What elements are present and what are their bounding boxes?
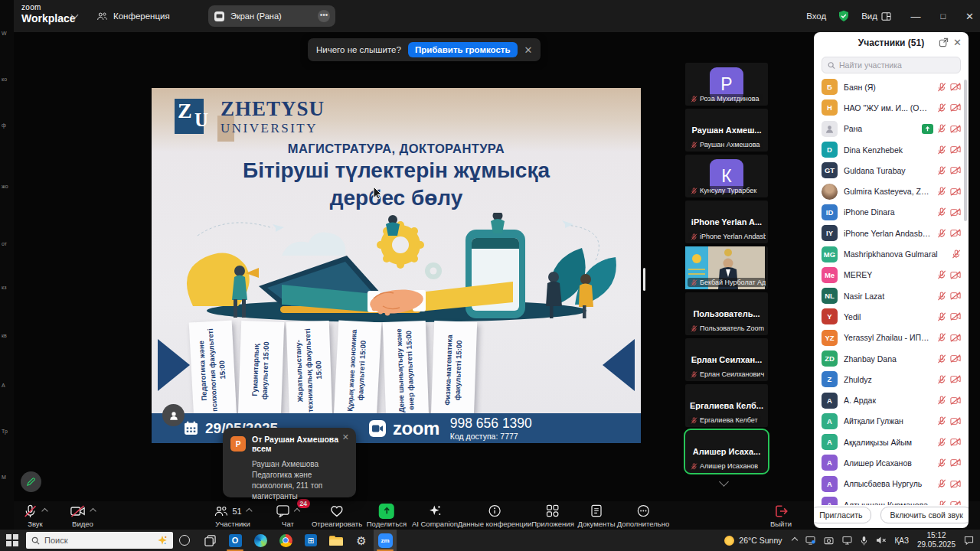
tab-meeting[interactable]: Конференция <box>90 6 176 26</box>
participant-row[interactable]: IYiPhone Yerlan Andasbayev <box>814 223 969 243</box>
annotate-button[interactable] <box>21 471 41 492</box>
share-button[interactable]: Поделиться <box>367 504 407 528</box>
taskbar-search-input[interactable] <box>44 536 135 545</box>
mic-off-icon[interactable] <box>937 229 946 238</box>
mic-off-icon[interactable] <box>937 312 946 321</box>
video-off-icon[interactable] <box>950 125 961 133</box>
chevron-up-icon[interactable] <box>90 507 96 514</box>
speaker-muted-tray-icon[interactable] <box>876 536 887 545</box>
taskbar-clock[interactable]: 15:12 29.05.2025 <box>917 531 956 549</box>
participant-row[interactable]: NLNasir Lazat <box>814 285 969 306</box>
chrome-taskbar-icon[interactable] <box>274 530 297 551</box>
video-thumbnail[interactable]: iPhone Yerlan A...iPhone Yerlan Andasb..… <box>685 201 768 243</box>
participant-row[interactable]: MGMashripkhanova Gulmaral <box>814 243 969 264</box>
apps-button[interactable]: Приложения <box>531 504 574 528</box>
participants-list[interactable]: ББаян (Я)ННАО "ЖУ им. И... (Организатор)… <box>814 77 969 505</box>
participant-row[interactable]: AАлишер Исаханов <box>814 452 969 473</box>
close-button[interactable]: ✕ <box>965 11 974 22</box>
participants-button[interactable]: 51Участники <box>214 504 251 528</box>
tray-expand-icon[interactable] <box>791 537 797 543</box>
store-taskbar-icon[interactable]: ⊞ <box>299 530 322 551</box>
video-off-icon[interactable] <box>950 396 961 405</box>
mic-off-icon[interactable] <box>952 249 961 259</box>
video-thumbnail[interactable]: Раушан Ахмеш...Раушан Ахмешова <box>685 109 768 152</box>
minimize-button[interactable]: — <box>910 11 920 22</box>
video-off-icon[interactable] <box>950 208 961 217</box>
video-button[interactable]: Видео <box>70 504 96 528</box>
share-scrollbar-thumb[interactable] <box>643 268 645 291</box>
video-off-icon[interactable] <box>950 375 961 383</box>
tab-options-icon[interactable]: ••• <box>318 10 330 22</box>
participant-row[interactable]: YYedil <box>814 306 969 327</box>
task-view-taskbar-icon[interactable] <box>198 530 221 551</box>
network-tray-icon[interactable] <box>842 536 852 545</box>
security-shield-icon[interactable] <box>838 10 850 22</box>
chat-popup-close-icon[interactable]: ✕ <box>342 432 349 442</box>
mic-off-icon[interactable] <box>937 396 946 405</box>
microphone-tray-icon[interactable] <box>861 536 867 546</box>
participant-search[interactable] <box>822 57 961 73</box>
mic-off-icon[interactable] <box>937 103 946 112</box>
signin-button[interactable]: Вход <box>806 11 826 21</box>
participant-row[interactable]: AА. Ардак <box>814 390 969 410</box>
react-button[interactable]: Отреагировать <box>312 504 362 528</box>
participant-row[interactable]: ННАО "ЖУ им. И... (Организатор) <box>814 97 969 118</box>
video-off-icon[interactable] <box>950 480 961 488</box>
mic-off-icon[interactable] <box>937 416 946 425</box>
more-button[interactable]: Дополнительно <box>617 504 669 528</box>
chevron-up-icon[interactable] <box>41 507 47 514</box>
banner-close-icon[interactable]: ✕ <box>524 44 533 56</box>
participants-scrollbar[interactable] <box>964 80 967 221</box>
mic-off-icon[interactable] <box>937 333 946 342</box>
video-off-icon[interactable] <box>950 438 961 446</box>
participant-row[interactable]: YZYerassyl Zhailau - ИПМ211 <box>814 328 969 348</box>
info-button[interactable]: Данные конференции <box>458 504 532 528</box>
participant-row[interactable]: AАққалиқызы Айым <box>814 432 969 452</box>
start-button[interactable] <box>6 534 18 546</box>
mic-off-icon[interactable] <box>937 187 946 196</box>
participant-row[interactable]: IDiPhone Dinara <box>814 202 969 223</box>
mic-off-icon[interactable] <box>937 83 946 92</box>
leave-button[interactable]: Выйти <box>770 504 792 528</box>
video-off-icon[interactable] <box>950 166 961 174</box>
video-thumbnail[interactable]: Пользователь...Пользователь Zoom <box>685 292 768 335</box>
display-tray-icon[interactable] <box>805 536 815 545</box>
participant-row[interactable]: Рана <box>814 119 969 139</box>
mic-off-icon[interactable] <box>937 479 946 488</box>
video-off-icon[interactable] <box>950 229 961 237</box>
video-thumbnail[interactable]: PРоза Мухитдинова <box>685 63 768 106</box>
edge-taskbar-icon[interactable] <box>249 530 272 551</box>
docs-button[interactable]: Документы <box>578 504 616 528</box>
mic-off-icon[interactable] <box>937 458 946 468</box>
mic-off-icon[interactable] <box>937 166 946 175</box>
chat-notification-popup[interactable]: P От Раушан Ахмешова всем ✕ Раушан Ахмеш… <box>223 428 356 497</box>
search-input[interactable] <box>839 60 955 70</box>
video-off-icon[interactable] <box>950 292 961 300</box>
audio-button[interactable]: Звук <box>24 504 47 528</box>
outlook-taskbar-icon[interactable]: O <box>224 530 247 551</box>
video-off-icon[interactable] <box>950 271 961 279</box>
mic-off-icon[interactable] <box>937 207 946 217</box>
participant-row[interactable]: DDina Kenzhebek <box>814 139 969 160</box>
mic-off-icon[interactable] <box>937 292 946 301</box>
tab-screen-share[interactable]: Экран (Рана) ••• <box>208 5 335 27</box>
camera-tray-icon[interactable] <box>824 536 834 545</box>
chevron-up-icon[interactable] <box>294 507 300 514</box>
action-center-icon[interactable] <box>964 536 974 545</box>
video-off-icon[interactable] <box>950 145 961 154</box>
video-off-icon[interactable] <box>950 458 961 467</box>
thumbnails-scroll-down-icon[interactable] <box>719 477 729 487</box>
maximize-button[interactable]: □ <box>940 11 946 21</box>
video-off-icon[interactable] <box>950 354 961 363</box>
video-thumbnail[interactable]: Ерлан Сеилхан...Ерлан Сеилханович <box>685 338 768 381</box>
video-off-icon[interactable] <box>950 417 961 425</box>
view-button[interactable]: Вид <box>861 11 891 21</box>
video-off-icon[interactable] <box>950 312 961 321</box>
participant-row[interactable]: GTGuldana Turabay <box>814 160 969 181</box>
video-thumbnail[interactable]: Бекбай Нурболат Ад... <box>685 246 768 289</box>
participant-row[interactable]: MeMEREY <box>814 265 969 285</box>
video-thumbnail[interactable]: Алишер Исаха...Алишер Исаханов <box>685 430 768 473</box>
weather-widget[interactable]: 26°C Sunny <box>724 536 782 546</box>
participant-row[interactable]: Gulmira Kasteyeva, Zhetysu Uni... <box>814 181 969 201</box>
participant-row[interactable]: ZZhuldyz <box>814 369 969 390</box>
